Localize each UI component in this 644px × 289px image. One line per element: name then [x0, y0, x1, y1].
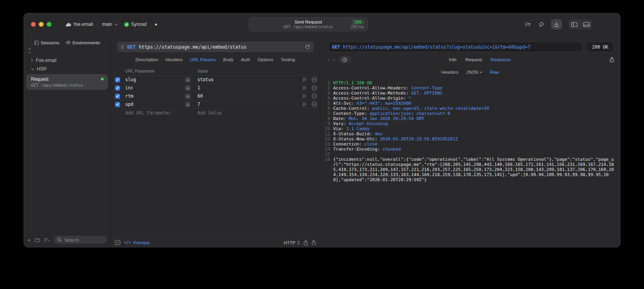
workspace-name[interactable]: foe.email — [74, 22, 93, 27]
response-body[interactable]: 1HTTP/1.1 200 OK2Access-Control-Allow-He… — [320, 78, 620, 247]
param-value[interactable]: status — [194, 77, 299, 82]
request-tab-body[interactable]: Body — [223, 57, 234, 62]
response-subtab-headers[interactable]: Headers — [441, 70, 458, 75]
request-tab-headers[interactable]: Headers — [166, 57, 182, 62]
chevron-down-icon — [480, 71, 482, 73]
add-request-button[interactable]: + — [27, 238, 31, 242]
tree-item-label: Foe.email — [36, 58, 57, 63]
response-line: 16{"incidents":null,"overall":{"code":"o… — [323, 157, 615, 182]
lock-icon[interactable] — [312, 240, 316, 245]
add-param-name-placeholder[interactable]: Add URL Parameter — [122, 110, 185, 116]
resend-icon[interactable] — [305, 44, 310, 49]
tree-item-foe-email[interactable]: Foe.email — [24, 56, 110, 65]
sync-status[interactable]: Synced — [124, 22, 147, 27]
sent-request-url-box[interactable]: GET https://statuspage.me/api/embed/stat… — [328, 42, 582, 52]
line-number: 14 — [323, 147, 330, 152]
method-select-icon[interactable] — [121, 45, 124, 49]
param-type-icon: = — [185, 102, 190, 107]
param-value[interactable]: 60 — [194, 93, 299, 99]
chevron-right-icon — [31, 59, 33, 62]
param-row: upd = 7 — [111, 100, 320, 109]
param-menu-icon[interactable] — [299, 95, 309, 98]
sent-request-title: Sent Request — [295, 20, 322, 24]
sidebar-request-item-selected[interactable]: Request GET /api/embed/status — [26, 74, 108, 90]
column-header-value: Value — [194, 69, 299, 73]
request-tab-testing[interactable]: Testing — [281, 57, 295, 62]
param-name[interactable]: upd — [122, 102, 185, 107]
param-row: rtm = 60 — [111, 92, 320, 100]
request-method[interactable]: GET — [127, 44, 136, 50]
param-value[interactable]: 7 — [194, 102, 299, 107]
import-button[interactable] — [551, 19, 562, 29]
sort-filter-button[interactable] — [523, 20, 532, 29]
response-nav: ‹ › InfoRequestResponse — [320, 52, 620, 67]
param-menu-icon[interactable] — [299, 103, 309, 106]
preview-button[interactable]: </> Preview — [124, 240, 150, 245]
param-remove-icon[interactable] — [309, 85, 320, 91]
response-subtab-json[interactable]: JSON — [466, 70, 482, 75]
param-enabled-checkbox[interactable] — [115, 85, 120, 91]
minimize-window-button[interactable] — [39, 22, 44, 27]
share-response-icon[interactable] — [609, 57, 614, 62]
chevron-down-icon — [31, 68, 34, 70]
response-tab-response[interactable]: Response — [491, 57, 511, 62]
param-value[interactable]: 1 — [194, 85, 299, 91]
sidebar-footer: + — [27, 236, 107, 244]
param-name[interactable]: inc — [122, 85, 185, 91]
param-row: slug = status — [111, 76, 320, 84]
tab-environments[interactable]: Environments — [66, 40, 100, 45]
sort-menu-button[interactable] — [44, 238, 50, 242]
lasso-button[interactable] — [537, 20, 546, 29]
export-icon[interactable] — [303, 240, 308, 245]
sidebar-collapse-button[interactable]: – — [28, 51, 31, 55]
request-tab-description[interactable]: Description — [135, 57, 158, 62]
param-remove-icon[interactable] — [309, 93, 320, 99]
response-subtab-raw[interactable]: Raw — [490, 70, 499, 75]
close-window-button[interactable] — [31, 22, 36, 27]
param-name[interactable]: slug — [122, 77, 185, 82]
response-tab-info[interactable]: Info — [449, 57, 456, 62]
zoom-window-button[interactable] — [47, 22, 51, 27]
sidebar-search[interactable] — [54, 236, 107, 244]
url-bar[interactable]: GET https://statuspage.me/api/embed/stat… — [117, 42, 314, 52]
history-forward-icon[interactable]: › — [331, 56, 336, 62]
response-line: 1HTTP/1.1 200 OK — [323, 80, 615, 85]
toggle-bottom-panel-icon[interactable] — [580, 19, 593, 29]
history-button[interactable] — [339, 56, 350, 64]
param-menu-icon[interactable] — [299, 78, 309, 82]
response-line: 12X-Status-Now-Utc: 2026-01-26T20:29:59.… — [323, 136, 615, 142]
tab-sessions[interactable]: Sessions — [34, 40, 59, 45]
param-remove-icon[interactable] — [309, 77, 320, 82]
response-tab-request[interactable]: Request — [465, 57, 482, 62]
app-window: foe.email main Synced Sent Request GET /… — [24, 13, 620, 247]
line-number: 2 — [323, 85, 330, 91]
line-number: 3 — [323, 91, 330, 96]
add-param-row[interactable]: Add URL Parameter Add Value — [111, 109, 320, 117]
param-enabled-checkbox[interactable] — [115, 102, 120, 107]
response-status-box: 200 OK — [586, 42, 614, 52]
response-tabs: InfoRequestResponse — [449, 57, 511, 62]
add-param-value-placeholder[interactable]: Add Value — [194, 110, 299, 116]
response-line: 14Transfer-Encoding: chunked — [323, 147, 615, 152]
param-enabled-checkbox[interactable] — [115, 94, 120, 99]
param-menu-icon[interactable] — [299, 86, 309, 90]
request-url-input[interactable]: https://statuspage.me/api/embed/status — [139, 44, 302, 50]
branch-name[interactable]: main — [102, 22, 112, 27]
param-remove-icon[interactable] — [309, 102, 320, 107]
check-circle-icon — [124, 22, 129, 27]
param-enabled-checkbox[interactable] — [115, 77, 120, 82]
tree-item-hsp[interactable]: HSP — [24, 65, 110, 73]
request-tabs: DescriptionHeadersURL ParamsBodyAuthOpti… — [111, 52, 320, 67]
toggle-sidebar-icon[interactable] — [568, 19, 580, 29]
sent-request-pill[interactable]: Sent Request GET /api/embed/status 200 2… — [248, 17, 368, 31]
new-folder-button[interactable] — [35, 238, 40, 242]
request-tab-url-params[interactable]: URL Params — [190, 57, 215, 62]
request-tab-options[interactable]: Options — [258, 57, 274, 62]
protocol-select[interactable]: HTTP — [284, 240, 300, 245]
expand-panel-button[interactable] — [115, 240, 120, 245]
request-tab-auth[interactable]: Auth — [241, 57, 250, 62]
history-back-icon[interactable]: ‹ — [326, 56, 331, 62]
sidebar-tree: Foe.email HSP Request GET /api/embed/sta… — [24, 56, 110, 90]
param-name[interactable]: rtm — [122, 93, 185, 99]
search-input[interactable] — [64, 237, 104, 243]
